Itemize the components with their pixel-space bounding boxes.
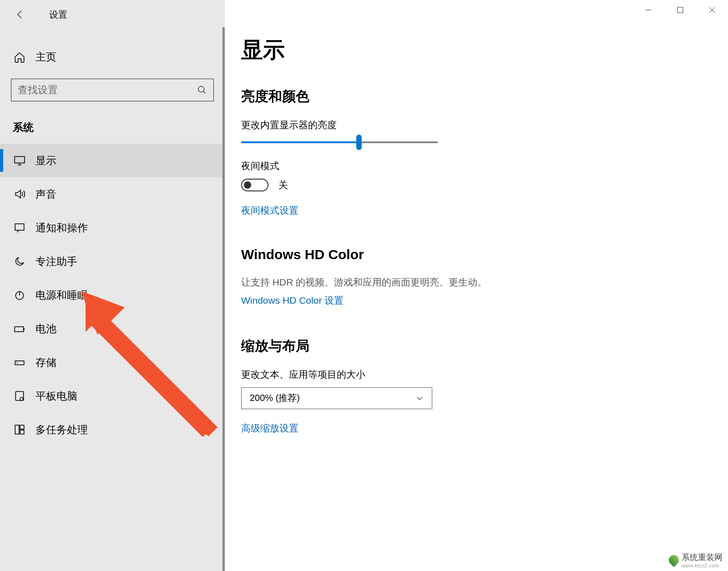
category-heading: 系统 [0,101,225,144]
toggle-knob [244,181,251,189]
sidebar-item-label: 专注助手 [35,255,77,269]
back-button[interactable] [13,7,27,22]
hd-color-description: 让支持 HDR 的视频、游戏和应用的画面更明亮、更生动。 [241,275,708,290]
watermark-url: www.xtcz2.com [682,563,723,568]
search-icon [197,85,207,95]
sidebar-item-sound[interactable]: 声音 [0,177,225,211]
storage-icon [13,356,26,368]
sidebar-item-power[interactable]: 电源和睡眠 [0,278,225,312]
sidebar-item-display[interactable]: 显示 [0,144,225,177]
slider-rest [359,141,438,143]
home-link[interactable]: 主页 [0,43,225,71]
section-hd-color: Windows HD Color [241,247,708,262]
slider-fill [241,141,359,143]
maximize-button[interactable] [664,0,696,20]
sidebar-item-battery[interactable]: 电池 [0,312,225,346]
sidebar-item-label: 声音 [35,187,56,201]
monitor-icon [13,155,26,166]
night-light-toggle[interactable] [241,179,268,191]
night-light-label: 夜间模式 [241,160,708,172]
svg-rect-11 [20,425,24,429]
svg-rect-5 [24,328,25,330]
svg-rect-6 [15,361,24,365]
sidebar-item-label: 显示 [35,154,56,168]
titlebar: 设置 [0,0,225,29]
sidebar-item-label: 存储 [35,356,56,370]
advanced-scale-link[interactable]: 高级缩放设置 [241,422,298,435]
tablet-icon [13,390,26,402]
section-brightness: 亮度和颜色 [241,87,708,106]
app-title: 设置 [49,9,67,21]
brightness-slider[interactable] [241,141,438,143]
svg-rect-10 [15,425,19,434]
svg-rect-1 [15,156,25,163]
power-icon [13,289,26,301]
sidebar-item-label: 电源和睡眠 [35,288,88,302]
message-icon [13,222,26,234]
close-button[interactable] [696,0,728,20]
watermark: 系统重装网 www.xtcz2.com [669,552,723,568]
svg-rect-2 [15,224,24,230]
svg-point-0 [198,86,204,92]
nav-list: 显示 声音 通知和操作 专注助手 电源和睡眠 电池 [0,144,225,446]
arrow-left-icon [15,9,25,20]
svg-rect-13 [677,7,683,13]
scale-dropdown[interactable]: 200% (推荐) [241,387,432,409]
sidebar-item-label: 通知和操作 [35,221,88,235]
watermark-logo-icon [667,553,681,567]
sidebar-item-label: 电池 [35,322,56,336]
scale-value: 200% (推荐) [250,392,300,404]
multitask-icon [13,424,26,436]
sidebar-item-tablet[interactable]: 平板电脑 [0,379,225,413]
minimize-button[interactable] [632,0,664,20]
sidebar-item-multitask[interactable]: 多任务处理 [0,413,225,446]
svg-rect-4 [15,327,23,332]
sidebar-item-label: 多任务处理 [35,423,88,437]
battery-icon [13,323,26,335]
moon-icon [13,255,26,267]
svg-point-7 [17,362,18,363]
sidebar-item-notifications[interactable]: 通知和操作 [0,211,225,245]
page-title: 显示 [241,35,708,65]
sound-icon [13,188,26,200]
home-icon [13,51,26,63]
brightness-label: 更改内置显示器的亮度 [241,119,708,131]
sidebar-item-label: 平板电脑 [35,389,77,403]
sidebar-item-storage[interactable]: 存储 [0,346,225,379]
night-light-settings-link[interactable]: 夜间模式设置 [241,204,298,217]
sidebar-item-focus[interactable]: 专注助手 [0,245,225,278]
svg-rect-12 [20,430,24,434]
hd-color-settings-link[interactable]: Windows HD Color 设置 [241,294,344,307]
scale-label: 更改文本、应用等项目的大小 [241,368,708,381]
slider-thumb[interactable] [356,135,362,150]
main-content: 显示 亮度和颜色 更改内置显示器的亮度 夜间模式 关 夜间模式设置 Window… [225,0,728,571]
sidebar: 设置 主页 系统 显示 声音 通知和操作 [0,0,225,571]
svg-point-9 [20,397,23,401]
chevron-down-icon [415,394,424,402]
watermark-text: 系统重装网 [682,553,723,562]
window-controls [632,0,728,20]
search-input[interactable] [18,84,197,96]
search-box[interactable] [11,79,214,101]
section-scale: 缩放与布局 [241,337,708,356]
night-light-state: 关 [278,179,288,191]
home-label: 主页 [35,50,56,64]
